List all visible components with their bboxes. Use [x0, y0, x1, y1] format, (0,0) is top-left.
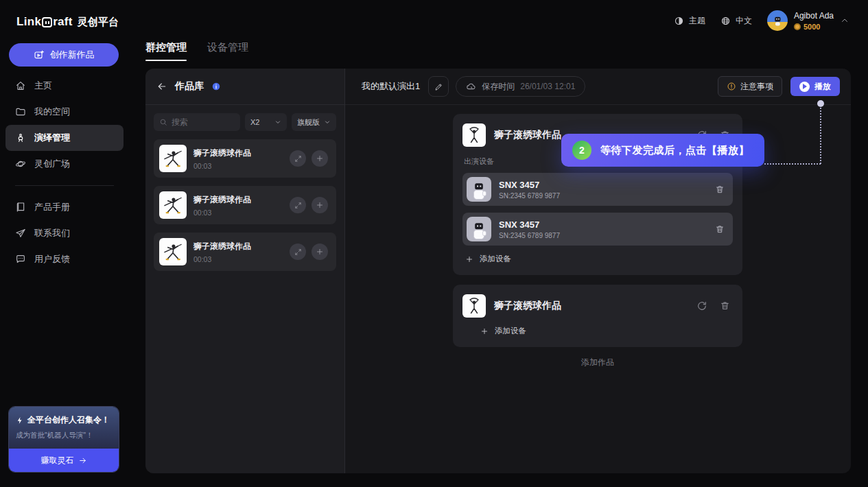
expand-icon [294, 155, 302, 163]
work-title: 狮子滚绣球作品 [193, 147, 283, 159]
logo-wordmark: Linkraft [16, 15, 73, 29]
play-icon [799, 82, 810, 92]
tab-group-control[interactable]: 群控管理 [145, 41, 187, 61]
device-avatar [467, 217, 491, 241]
expand-work-button[interactable] [290, 150, 306, 167]
theme-icon [674, 16, 684, 26]
save-time-chip: 保存时间 26/01/03 12:01 [456, 76, 585, 97]
info-icon[interactable] [211, 82, 221, 91]
top-bar: 主题 中文 Agibot Ada 5000 [674, 8, 849, 33]
work-duration: 00:03 [193, 209, 283, 217]
add-device-button[interactable]: 添加设备 [480, 326, 733, 336]
tab-device-management[interactable]: 设备管理 [207, 41, 248, 61]
sidebar-item-my-space[interactable]: 我的空间 [5, 99, 124, 125]
sidebar-item-performance-management[interactable]: 演绎管理 [5, 125, 124, 151]
lightning-icon [16, 416, 24, 425]
logo-cn-text: 灵创平台 [78, 16, 119, 29]
expand-work-button[interactable] [290, 197, 306, 213]
promo-subtitle: 成为首批"机器人导演"！ [16, 431, 112, 440]
globe-icon [720, 16, 731, 26]
language-switcher[interactable]: 中文 [720, 15, 752, 27]
library-item[interactable]: 狮子滚绣球作品 00:03 [154, 186, 336, 224]
device-name: SNX 3457 [499, 219, 707, 230]
speed-filter-select[interactable]: X2 [245, 113, 287, 131]
expand-work-button[interactable] [290, 244, 306, 260]
pencil-icon [434, 82, 443, 91]
device-row: SNX 3457 SN:2345 6789 9877 [462, 173, 733, 206]
work-library-panel: 作品库 X2 旗舰版 狮子滚绣球作品 [145, 69, 345, 473]
chevron-down-icon [274, 119, 281, 126]
device-avatar [467, 177, 491, 202]
library-search[interactable] [154, 113, 240, 131]
trash-icon [720, 300, 730, 311]
main-tabs: 群控管理 设备管理 [145, 41, 248, 61]
add-work-button[interactable]: 添加作品 [453, 357, 742, 368]
play-button[interactable]: 播放 [790, 77, 840, 96]
device-serial: SN:2345 6789 9877 [499, 192, 707, 200]
trash-icon [715, 224, 725, 234]
work-thumbnail [159, 238, 187, 265]
create-new-work-button[interactable]: 创作新作品 [9, 43, 119, 67]
expand-icon [294, 202, 302, 209]
chevron-down-icon [324, 119, 331, 126]
stage-header: 我的默认演出1 保存时间 26/01/03 12:01 注意事项 播放 [345, 69, 851, 105]
notice-button[interactable]: 注意事项 [718, 76, 782, 97]
rename-show-button[interactable] [428, 76, 449, 97]
work-title: 狮子滚绣球作品 [193, 241, 283, 252]
home-icon [15, 80, 26, 91]
connector-line-vertical [820, 108, 821, 164]
theme-toggle[interactable]: 主题 [674, 15, 705, 27]
remove-device-button[interactable] [715, 185, 725, 194]
plus-icon [316, 201, 324, 209]
warning-circle-icon [727, 82, 736, 91]
expand-icon [294, 248, 302, 256]
add-work-to-stage-button[interactable] [312, 150, 328, 167]
work-thumbnail [159, 191, 187, 219]
connector-line-horizontal [764, 163, 821, 165]
trash-icon [715, 185, 725, 194]
plus-icon [465, 255, 473, 263]
plus-icon [480, 327, 489, 335]
sidebar-item-product-manual[interactable]: 产品手册 [5, 194, 124, 220]
avatar-robot-icon [771, 14, 784, 27]
delete-work-button[interactable] [720, 300, 730, 311]
sidebar-nav: 主页 我的空间 演绎管理 灵创广场 产品手册 联系我们 用户反馈 [5, 73, 124, 272]
logo-face-icon [42, 17, 52, 27]
work-duration: 00:03 [193, 162, 283, 170]
add-device-button[interactable]: 添加设备 [465, 254, 733, 264]
back-arrow-icon[interactable] [156, 81, 167, 92]
search-input[interactable] [172, 117, 235, 127]
resync-work-button[interactable] [696, 300, 707, 311]
add-work-to-stage-button[interactable] [312, 244, 328, 260]
app-logo: Linkraft 灵创平台 [16, 15, 119, 29]
sidebar-item-user-feedback[interactable]: 用户反馈 [5, 246, 124, 272]
work-duration: 00:03 [193, 255, 283, 263]
feedback-chat-icon [15, 254, 26, 265]
work-thumbnail [462, 294, 486, 318]
device-serial: SN:2345 6789 9877 [499, 232, 707, 239]
tooltip-text: 等待下发完成后，点击【播放】 [600, 144, 749, 157]
send-icon [15, 228, 26, 239]
library-title: 作品库 [175, 80, 204, 93]
earn-lingshi-button[interactable]: 赚取灵石 [9, 449, 119, 472]
chevron-up-icon [840, 16, 849, 25]
version-filter-select[interactable]: 旗舰版 [292, 113, 336, 131]
book-icon [15, 202, 26, 213]
work-thumbnail [462, 123, 486, 147]
remove-device-button[interactable] [715, 224, 725, 234]
sidebar-item-lingchuang-plaza[interactable]: 灵创广场 [5, 151, 124, 177]
coin-balance: 5000 [804, 23, 820, 31]
library-item[interactable]: 狮子滚绣球作品 00:03 [154, 139, 336, 178]
sidebar-item-contact-us[interactable]: 联系我们 [5, 220, 124, 246]
plus-icon [316, 248, 324, 256]
stage-work-card: 狮子滚绣球作品 添加设备 [453, 285, 742, 347]
search-icon [159, 118, 167, 126]
sidebar-item-home[interactable]: 主页 [5, 73, 124, 99]
plus-icon [316, 154, 324, 163]
add-work-to-stage-button[interactable] [312, 197, 328, 213]
promo-body: 全平台创作人召集令！ 成为首批"机器人导演"！ [9, 407, 119, 449]
user-menu[interactable]: Agibot Ada 5000 [767, 10, 849, 31]
library-item[interactable]: 狮子滚绣球作品 00:03 [154, 233, 336, 271]
coin-icon [794, 23, 801, 30]
save-time-value: 26/01/03 12:01 [520, 82, 575, 91]
